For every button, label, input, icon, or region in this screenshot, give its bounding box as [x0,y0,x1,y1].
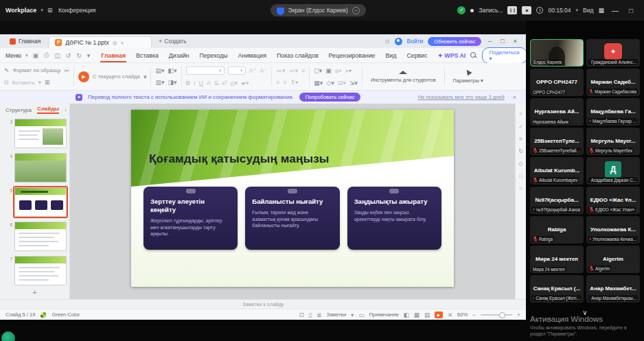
picture-icon[interactable]: ▦▾ [314,80,323,86]
ribbon-tab-0[interactable]: Главная [100,50,126,61]
bold-icon[interactable]: B [186,80,191,86]
dismiss-link[interactable]: Не показывать мне это чаще 3 дней [418,94,505,100]
align-left-icon[interactable]: ≡ [301,67,305,74]
strikethrough-icon[interactable]: S̶ [214,80,218,86]
undo-icon[interactable]: ↺ [65,52,72,59]
login-link[interactable]: Войти [407,38,424,45]
wps-close-button[interactable]: × [511,38,519,45]
conference-menu[interactable]: Конференция [58,7,95,14]
user-avatar[interactable] [395,38,402,45]
help-icon[interactable]: ○ [519,185,522,191]
line-spacing-icon[interactable]: ⇕▾ [290,79,299,86]
slide-thumbnail-7[interactable] [14,256,67,285]
participant-tile-4[interactable]: Маржан Садиб...Маржан Садибасова [586,69,640,96]
participant-tile-12[interactable]: ЕДЮО «Жас Ұл...ЕДЮО «Жас Улан» [586,187,640,214]
export-icon[interactable]: ⇲▾ [349,80,358,86]
notes-toggle-icon[interactable]: ≣ [317,311,321,318]
apps-icon[interactable]: ⊡ [385,38,390,45]
participant-tile-8[interactable]: Мергуль Мауег...Мергуль Мауетбек [586,128,640,155]
ribbon-tab-2[interactable]: Дизайн [168,50,190,61]
font-size-select[interactable]: ▾ [228,67,246,75]
layout-icon[interactable]: ◧▾ [168,67,176,74]
properties-icon[interactable]: ≡ [519,136,522,142]
new-document-button[interactable]: + Создать [154,38,186,45]
upgrade-button[interactable]: Обновить сейчас [428,37,481,46]
participant-tile-9[interactable]: Aibulat Kurumb...Aibulat Kurumbayev [530,157,584,185]
copy-icon[interactable]: ⊞ [45,79,50,86]
fullscreen-icon[interactable]: ✕ [448,311,452,318]
normal-view-icon[interactable]: ◧ [404,311,409,318]
participant-tile-14[interactable]: Уполхожаева К...Уполхожаева Кенжа... [586,216,640,244]
italic-icon[interactable]: I [194,80,196,86]
format-painter-button[interactable]: Формат по образцу [13,67,61,73]
zoom-level[interactable]: 60% [457,311,468,318]
participant-tile-15[interactable]: Мира 24 мектепМира 24 мектеп [530,246,584,273]
save-icon[interactable]: ▣ [32,52,40,59]
slide-canvas[interactable]: Қоғамдық қатысудың маңызы Зерттеу әлеует… [70,104,515,299]
arrange-icon[interactable]: ⧈▾ [335,67,342,75]
slideshow-button[interactable]: ▶ [435,311,443,318]
participant-tile-7[interactable]: 25ВәкетепТуле...25ВәкетепТулебай... [530,128,584,155]
participant-tile-11[interactable]: №97Қасқырба...№97Қасқырбай Азиза [530,187,584,214]
maximize-button[interactable]: □ [626,7,636,14]
participant-tile-5[interactable]: Нургазиева Ай...Нургазиева Айым [530,98,584,126]
participant-tile-6[interactable]: Мақұлбаева Га...Мақұлбаева Гаухар ... [586,98,640,126]
cut-icon[interactable]: ✂ [64,67,69,74]
participant-tile-17[interactable]: Санақ Ерасыл (...Санақ Ерасыл (Жеті... [530,275,584,303]
slide-thumbnail-3[interactable] [14,119,67,148]
font-color-icon[interactable]: A̲▾ [231,80,238,86]
find-icon[interactable]: ⌕▾ [345,67,352,75]
play-slideshow-icon[interactable]: ▶ [78,71,89,82]
tab-slides[interactable]: Слайды [37,106,59,114]
ribbon-tab-8[interactable]: Сервис [406,50,428,61]
wps-home-tab[interactable]: Главная [4,34,46,48]
animation-pane-icon[interactable]: ↻ [518,148,523,154]
notes-toggle-label[interactable]: Заметки [326,311,346,318]
slide-thumbnail-5[interactable] [14,187,67,217]
participant-tile-10[interactable]: ДАсадибаев Даркан С... [586,157,640,185]
align-center-icon[interactable]: ≡ [276,79,279,86]
zoom-in-icon[interactable]: + [517,311,520,318]
more-chevron-icon[interactable]: ▾ [87,52,91,59]
participant-tile-2[interactable]: ✦Гражданский Альянс... [586,39,640,67]
find-replace-icon[interactable]: ⌕ [519,110,522,117]
timer-chevron-icon[interactable]: ▾ [576,8,579,13]
ribbon-tab-7[interactable]: Вид [385,50,398,61]
highlight-color-icon[interactable]: ▰▾ [241,80,249,86]
paste-chevron-icon[interactable]: ▾ [38,79,42,86]
current-slide[interactable]: Қоғамдық қатысудың маңызы Зерттеу әлеует… [131,110,454,287]
view-menu[interactable]: Вид [583,7,593,14]
security-shield-icon[interactable]: ✓ [457,6,465,14]
notes-chevron-icon[interactable]: ▾ [351,311,354,318]
design-pane-icon[interactable]: ◇ [518,161,522,167]
paste-button[interactable]: Вставить [12,80,34,86]
reset-icon[interactable]: ◨▾ [168,79,176,86]
screen-share-tab[interactable]: Экран (Елдос Кариев) − [271,4,366,16]
document-tab[interactable]: P ДӘРІС № 1.pptx ◎ × [49,36,152,48]
layout-view-icon[interactable]: ▦ [598,7,604,14]
theme-name[interactable]: Green Color [51,311,80,318]
tab-structure[interactable]: Структура [5,107,32,113]
bullets-icon[interactable]: ≔▾ [276,67,286,74]
align-right-icon[interactable]: ≡ [283,79,286,86]
align-objects-icon[interactable]: ⊟▾ [338,80,346,86]
workspace-name[interactable]: Workplace [5,7,36,14]
share-button[interactable]: Поделиться ▾ [482,47,527,64]
sorter-view-icon[interactable]: ▦ [414,311,419,318]
participant-tile-16[interactable]: AigerimAigerim [586,246,640,273]
comment-label[interactable]: Примечание [369,311,398,318]
zoom-out-icon[interactable]: − [472,311,476,318]
increase-font-icon[interactable]: A⁺ [249,67,257,74]
redo-icon[interactable]: ↻ [76,52,82,59]
superscript-icon[interactable]: x² [222,80,227,86]
slide-thumbnail-4[interactable] [14,153,67,183]
search-icon[interactable] [470,52,476,58]
zoom-slider[interactable] [481,314,512,316]
collapse-panel-icon[interactable]: ‹ [65,107,67,113]
underline-icon[interactable]: U [199,80,204,86]
section-icon[interactable]: ▥▾ [155,79,164,86]
layout-pane-icon[interactable]: □ [519,173,522,179]
text-box-icon[interactable]: ▣ [325,67,332,74]
participant-tile-1[interactable]: Елдос Кариев [530,39,584,67]
play-from-current-button[interactable]: С текущего слайда [93,73,140,80]
